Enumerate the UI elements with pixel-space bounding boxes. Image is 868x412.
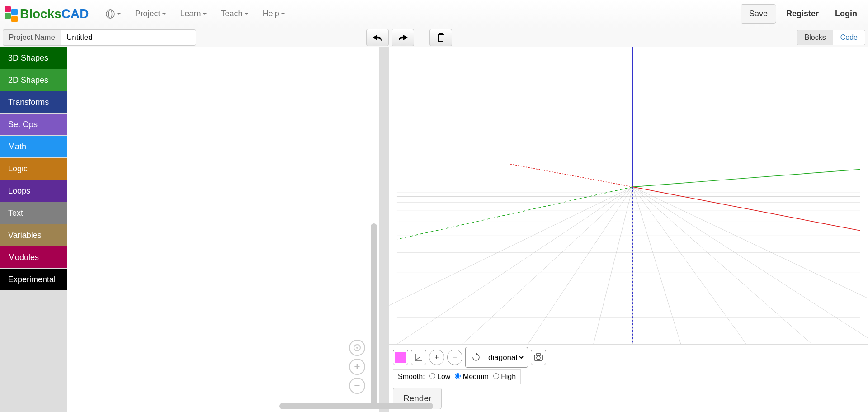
camera-icon [533, 353, 543, 361]
reset-view-button[interactable] [468, 350, 484, 365]
blockly-workspace[interactable]: + − [67, 47, 385, 412]
nav-project[interactable]: Project [128, 5, 173, 22]
smooth-control: Smooth: Low Medium High [393, 369, 521, 384]
undo-button[interactable] [366, 29, 389, 46]
svg-line-19 [462, 187, 633, 344]
zoom-out-button[interactable]: − [349, 378, 365, 394]
3d-canvas[interactable] [389, 47, 868, 344]
project-name-input[interactable] [61, 29, 196, 46]
viewport-panel: + − diagonal Smooth: Low Medium High Ren… [389, 47, 868, 412]
smooth-label: Smooth: [398, 373, 425, 381]
category-modules[interactable]: Modules [0, 246, 67, 268]
splitter[interactable] [385, 47, 389, 412]
svg-line-30 [633, 170, 860, 187]
svg-line-17 [389, 187, 633, 344]
redo-button[interactable] [392, 29, 414, 46]
globe-icon [105, 9, 115, 19]
svg-line-18 [397, 187, 633, 344]
category-text[interactable]: Text [0, 202, 67, 224]
project-name-label: Project Name [3, 29, 61, 46]
workspace-scrollbar-horizontal[interactable] [279, 403, 433, 409]
nav-learn[interactable]: Learn [173, 5, 214, 22]
svg-line-25 [633, 187, 812, 344]
center-button[interactable] [349, 340, 365, 356]
svg-line-26 [633, 187, 868, 344]
svg-line-36 [415, 357, 420, 360]
smooth-medium[interactable]: Medium [455, 373, 488, 381]
svg-line-31 [397, 187, 633, 239]
zoom-out-view[interactable]: − [447, 350, 462, 365]
svg-line-27 [633, 187, 868, 344]
svg-point-4 [356, 347, 358, 349]
undo-icon [372, 33, 383, 42]
view-selector[interactable]: diagonal [465, 347, 528, 368]
category-set-ops[interactable]: Set Ops [0, 114, 67, 135]
toolbox: 3D Shapes2D ShapesTransformsSet OpsMathL… [0, 47, 67, 412]
screenshot-button[interactable] [531, 350, 546, 365]
svg-rect-39 [537, 354, 540, 355]
axes-icon [414, 352, 424, 362]
category-3d-shapes[interactable]: 3D Shapes [0, 47, 67, 69]
svg-line-24 [633, 187, 746, 344]
svg-line-21 [594, 187, 633, 344]
zoom-in-view[interactable]: + [429, 350, 444, 365]
color-picker[interactable] [393, 350, 408, 365]
category-experimental[interactable]: Experimental [0, 269, 67, 290]
viewport-controls: + − diagonal Smooth: Low Medium High Ren… [389, 344, 868, 412]
axes-toggle[interactable] [411, 350, 426, 365]
view-toggle: Blocks Code [797, 30, 865, 45]
login-link[interactable]: Login [829, 5, 863, 22]
category-logic[interactable]: Logic [0, 158, 67, 180]
save-button[interactable]: Save [741, 4, 776, 24]
language-menu[interactable] [98, 5, 128, 23]
minus-icon: − [453, 353, 457, 361]
category-2d-shapes[interactable]: 2D Shapes [0, 69, 67, 91]
svg-line-33 [510, 164, 633, 187]
top-navbar: BlocksCAD Project Learn Teach Help Save … [0, 0, 868, 28]
target-icon [353, 343, 362, 352]
workspace-scrollbar-vertical[interactable] [371, 223, 377, 404]
project-bar: Project Name Blocks Code [0, 28, 868, 47]
toggle-code[interactable]: Code [833, 30, 865, 45]
trash-icon [437, 33, 445, 42]
color-swatch-icon [395, 352, 406, 363]
rotate-icon [472, 353, 481, 362]
svg-line-20 [528, 187, 633, 344]
toggle-blocks[interactable]: Blocks [797, 30, 833, 45]
category-math[interactable]: Math [0, 136, 67, 157]
view-select[interactable]: diagonal [486, 353, 525, 362]
svg-point-38 [537, 356, 540, 360]
main-area: 3D Shapes2D ShapesTransformsSet OpsMathL… [0, 47, 868, 412]
plus-icon: + [434, 353, 439, 361]
logo-icon [5, 6, 18, 22]
svg-line-23 [633, 187, 681, 344]
smooth-high[interactable]: High [493, 373, 516, 381]
logo[interactable]: BlocksCAD [5, 6, 89, 22]
redo-icon [397, 33, 409, 42]
plus-icon: + [354, 361, 360, 373]
register-link[interactable]: Register [780, 5, 825, 22]
trash-button[interactable] [429, 29, 452, 46]
zoom-in-button[interactable]: + [349, 359, 365, 375]
minus-icon: − [354, 380, 360, 392]
logo-text: BlocksCAD [20, 7, 89, 21]
smooth-low[interactable]: Low [429, 373, 451, 381]
category-transforms[interactable]: Transforms [0, 91, 67, 113]
nav-teach[interactable]: Teach [214, 5, 255, 22]
category-variables[interactable]: Variables [0, 224, 67, 246]
category-loops[interactable]: Loops [0, 180, 67, 202]
nav-help[interactable]: Help [255, 5, 292, 22]
